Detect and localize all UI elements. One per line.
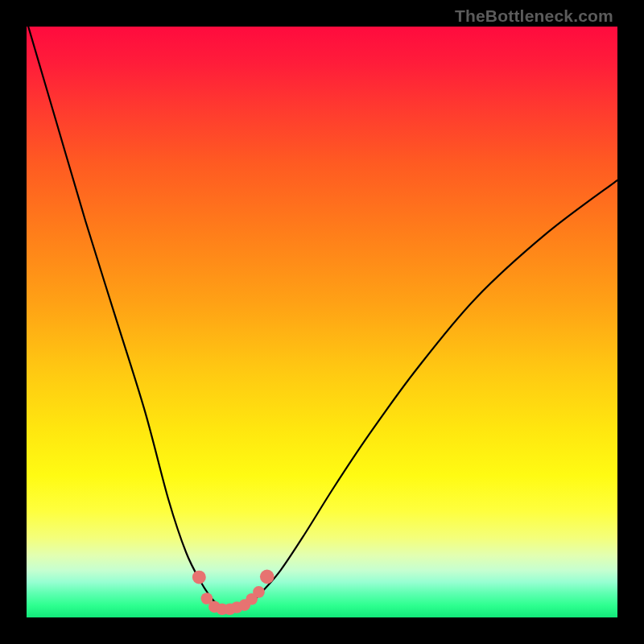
highlight-dot bbox=[253, 586, 265, 598]
highlight-dot bbox=[260, 570, 275, 584]
plot-area bbox=[27, 27, 617, 617]
chart-svg bbox=[27, 27, 617, 617]
highlight-dots bbox=[192, 570, 275, 616]
highlight-dot bbox=[192, 571, 206, 584]
chart-frame: TheBottleneck.com bbox=[0, 0, 644, 644]
bottleneck-curve bbox=[27, 27, 617, 609]
watermark-label: TheBottleneck.com bbox=[455, 6, 613, 26]
